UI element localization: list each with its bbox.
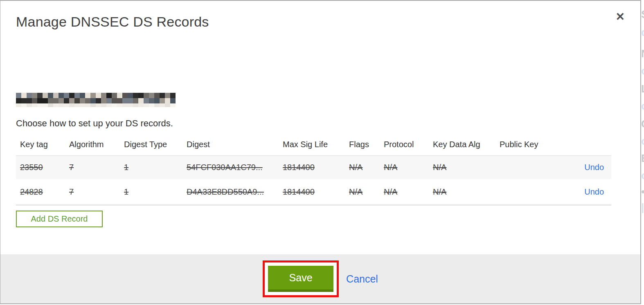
cell-digest: D4A33E8DD550A9... (187, 187, 264, 196)
cell-digest: 54FCF030AA1C79... (187, 163, 263, 172)
col-digest: Digest (182, 134, 279, 155)
col-protocol: Protocol (380, 134, 429, 155)
cell-protocol: N/A (384, 187, 397, 196)
cell-max-sig-life: 1814400 (283, 163, 315, 172)
col-public-key: Public Key (495, 134, 564, 155)
col-algorithm: Algorithm (65, 134, 120, 155)
background-page-sliver: SdNoLoCoEo•| (641, 0, 644, 305)
undo-link[interactable]: Undo (584, 187, 604, 196)
annotation-highlight-box: Save (263, 260, 339, 297)
cell-flags: N/A (349, 163, 363, 172)
cell-key-data-alg: N/A (433, 163, 446, 172)
cell-algorithm: 7 (69, 187, 74, 196)
cell-protocol: N/A (384, 163, 397, 172)
col-max-sig-life: Max Sig Life (279, 134, 345, 155)
redacted-domain-name (16, 93, 176, 108)
ds-records-table: Key tag Algorithm Digest Type Digest Max… (16, 134, 611, 205)
col-key-tag: Key tag (16, 134, 65, 155)
modal-footer: Save Cancel (0, 254, 640, 303)
undo-link[interactable]: Undo (584, 163, 604, 172)
close-icon[interactable]: ✕ (615, 11, 625, 22)
cell-flags: N/A (349, 187, 363, 196)
table-header-row: Key tag Algorithm Digest Type Digest Max… (16, 134, 611, 155)
table-row: 24828 7 1 D4A33E8DD550A9... 1814400 N/A … (16, 179, 611, 205)
cancel-link[interactable]: Cancel (346, 273, 378, 285)
add-ds-record-button[interactable]: Add DS Record (16, 211, 103, 227)
col-action (564, 134, 611, 155)
page-title: Manage DNSSEC DS Records (16, 14, 209, 30)
dnssec-modal: Manage DNSSEC DS Records ✕ Choose how to… (0, 0, 641, 304)
table-row: 23550 7 1 54FCF030AA1C79... 1814400 N/A … (16, 155, 611, 179)
save-button[interactable]: Save (268, 266, 333, 292)
cell-key-tag: 23550 (20, 163, 43, 172)
cell-key-tag: 24828 (20, 187, 43, 196)
cell-algorithm: 7 (69, 163, 74, 172)
col-flags: Flags (345, 134, 380, 155)
col-digest-type: Digest Type (120, 134, 182, 155)
instruction-text: Choose how to set up your DS records. (16, 118, 173, 129)
cell-key-data-alg: N/A (433, 187, 446, 196)
cell-digest-type: 1 (124, 187, 128, 196)
cell-digest-type: 1 (124, 163, 128, 172)
col-key-data-alg: Key Data Alg (429, 134, 495, 155)
cell-max-sig-life: 1814400 (283, 187, 315, 196)
